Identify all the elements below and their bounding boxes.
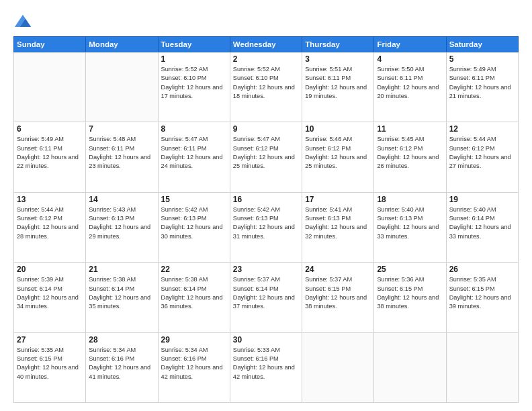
day-cell: [446, 332, 518, 402]
day-info: Sunrise: 5:42 AM Sunset: 6:13 PM Dayligh…: [161, 205, 227, 241]
day-cell: 20Sunrise: 5:39 AM Sunset: 6:14 PM Dayli…: [14, 263, 86, 332]
col-header-friday: Friday: [374, 37, 446, 52]
header: [13, 12, 519, 31]
day-cell: 15Sunrise: 5:42 AM Sunset: 6:13 PM Dayli…: [158, 192, 230, 262]
day-info: Sunrise: 5:37 AM Sunset: 6:15 PM Dayligh…: [305, 275, 371, 311]
day-number: 14: [89, 195, 154, 204]
day-info: Sunrise: 5:38 AM Sunset: 6:14 PM Dayligh…: [161, 275, 227, 311]
day-number: 26: [449, 265, 515, 274]
day-cell: 10Sunrise: 5:46 AM Sunset: 6:12 PM Dayli…: [302, 122, 374, 192]
day-number: 23: [233, 265, 299, 274]
col-header-monday: Monday: [86, 37, 158, 52]
day-number: 19: [449, 195, 515, 204]
day-info: Sunrise: 5:50 AM Sunset: 6:11 PM Dayligh…: [377, 65, 443, 101]
day-info: Sunrise: 5:47 AM Sunset: 6:12 PM Dayligh…: [233, 135, 299, 171]
day-info: Sunrise: 5:47 AM Sunset: 6:11 PM Dayligh…: [161, 135, 227, 171]
day-info: Sunrise: 5:42 AM Sunset: 6:13 PM Dayligh…: [233, 205, 299, 241]
day-number: 29: [161, 335, 227, 345]
logo-icon: [13, 12, 32, 31]
day-info: Sunrise: 5:40 AM Sunset: 6:13 PM Dayligh…: [377, 205, 443, 241]
day-info: Sunrise: 5:52 AM Sunset: 6:10 PM Dayligh…: [161, 65, 227, 101]
day-cell: [374, 332, 446, 402]
day-cell: 29Sunrise: 5:34 AM Sunset: 6:16 PM Dayli…: [158, 332, 230, 402]
week-row-1: 1Sunrise: 5:52 AM Sunset: 6:10 PM Daylig…: [14, 52, 519, 122]
day-number: 13: [17, 195, 83, 204]
day-info: Sunrise: 5:52 AM Sunset: 6:10 PM Dayligh…: [233, 65, 299, 101]
day-number: 30: [233, 335, 299, 345]
calendar-table: SundayMondayTuesdayWednesdayThursdayFrid…: [13, 36, 519, 403]
day-info: Sunrise: 5:35 AM Sunset: 6:15 PM Dayligh…: [17, 346, 83, 381]
day-cell: [302, 332, 374, 402]
day-info: Sunrise: 5:49 AM Sunset: 6:11 PM Dayligh…: [17, 135, 83, 171]
day-cell: 14Sunrise: 5:43 AM Sunset: 6:13 PM Dayli…: [86, 192, 158, 262]
page: SundayMondayTuesdayWednesdayThursdayFrid…: [0, 0, 532, 411]
day-cell: 22Sunrise: 5:38 AM Sunset: 6:14 PM Dayli…: [158, 263, 230, 332]
day-number: 9: [233, 124, 299, 134]
day-cell: [14, 52, 86, 122]
calendar-body: 1Sunrise: 5:52 AM Sunset: 6:10 PM Daylig…: [14, 52, 519, 403]
week-row-4: 20Sunrise: 5:39 AM Sunset: 6:14 PM Dayli…: [14, 263, 519, 332]
day-number: 28: [89, 335, 154, 345]
day-cell: 11Sunrise: 5:45 AM Sunset: 6:12 PM Dayli…: [374, 122, 446, 192]
day-cell: [86, 52, 158, 122]
day-number: 8: [161, 124, 227, 134]
day-number: 5: [449, 54, 515, 64]
day-number: 20: [17, 265, 83, 274]
day-number: 21: [89, 265, 154, 274]
day-number: 2: [233, 54, 299, 64]
day-info: Sunrise: 5:39 AM Sunset: 6:14 PM Dayligh…: [17, 275, 83, 311]
day-cell: 24Sunrise: 5:37 AM Sunset: 6:15 PM Dayli…: [302, 263, 374, 332]
week-row-3: 13Sunrise: 5:44 AM Sunset: 6:12 PM Dayli…: [14, 192, 519, 262]
day-info: Sunrise: 5:44 AM Sunset: 6:12 PM Dayligh…: [17, 205, 83, 241]
day-info: Sunrise: 5:43 AM Sunset: 6:13 PM Dayligh…: [89, 205, 154, 241]
day-cell: 9Sunrise: 5:47 AM Sunset: 6:12 PM Daylig…: [230, 122, 302, 192]
day-cell: 1Sunrise: 5:52 AM Sunset: 6:10 PM Daylig…: [158, 52, 230, 122]
day-info: Sunrise: 5:48 AM Sunset: 6:11 PM Dayligh…: [89, 135, 154, 171]
week-row-5: 27Sunrise: 5:35 AM Sunset: 6:15 PM Dayli…: [14, 332, 519, 402]
week-row-2: 6Sunrise: 5:49 AM Sunset: 6:11 PM Daylig…: [14, 122, 519, 192]
col-header-tuesday: Tuesday: [158, 37, 230, 52]
col-header-wednesday: Wednesday: [230, 37, 302, 52]
day-number: 17: [305, 195, 371, 204]
day-cell: 26Sunrise: 5:35 AM Sunset: 6:15 PM Dayli…: [446, 263, 518, 332]
col-header-thursday: Thursday: [302, 37, 374, 52]
day-cell: 13Sunrise: 5:44 AM Sunset: 6:12 PM Dayli…: [14, 192, 86, 262]
day-number: 18: [377, 195, 443, 204]
header-row: SundayMondayTuesdayWednesdayThursdayFrid…: [14, 37, 519, 52]
day-number: 16: [233, 195, 299, 204]
day-cell: 18Sunrise: 5:40 AM Sunset: 6:13 PM Dayli…: [374, 192, 446, 262]
day-number: 11: [377, 124, 443, 134]
day-number: 6: [17, 124, 83, 134]
day-info: Sunrise: 5:46 AM Sunset: 6:12 PM Dayligh…: [305, 135, 371, 171]
day-info: Sunrise: 5:35 AM Sunset: 6:15 PM Dayligh…: [449, 275, 515, 311]
day-cell: 30Sunrise: 5:33 AM Sunset: 6:16 PM Dayli…: [230, 332, 302, 402]
day-cell: 21Sunrise: 5:38 AM Sunset: 6:14 PM Dayli…: [86, 263, 158, 332]
day-number: 22: [161, 265, 227, 274]
day-info: Sunrise: 5:34 AM Sunset: 6:16 PM Dayligh…: [161, 346, 227, 381]
day-cell: 2Sunrise: 5:52 AM Sunset: 6:10 PM Daylig…: [230, 52, 302, 122]
day-number: 1: [161, 54, 227, 64]
day-info: Sunrise: 5:44 AM Sunset: 6:12 PM Dayligh…: [449, 135, 515, 171]
day-number: 7: [89, 124, 154, 134]
day-info: Sunrise: 5:36 AM Sunset: 6:15 PM Dayligh…: [377, 275, 443, 311]
day-info: Sunrise: 5:33 AM Sunset: 6:16 PM Dayligh…: [233, 346, 299, 381]
day-info: Sunrise: 5:34 AM Sunset: 6:16 PM Dayligh…: [89, 346, 154, 381]
day-number: 24: [305, 265, 371, 274]
day-cell: 3Sunrise: 5:51 AM Sunset: 6:11 PM Daylig…: [302, 52, 374, 122]
day-cell: 6Sunrise: 5:49 AM Sunset: 6:11 PM Daylig…: [14, 122, 86, 192]
day-info: Sunrise: 5:37 AM Sunset: 6:14 PM Dayligh…: [233, 275, 299, 311]
calendar-header: SundayMondayTuesdayWednesdayThursdayFrid…: [14, 37, 519, 52]
day-number: 27: [17, 335, 83, 345]
day-number: 3: [305, 54, 371, 64]
day-info: Sunrise: 5:41 AM Sunset: 6:13 PM Dayligh…: [305, 205, 371, 241]
day-cell: 12Sunrise: 5:44 AM Sunset: 6:12 PM Dayli…: [446, 122, 518, 192]
day-cell: 25Sunrise: 5:36 AM Sunset: 6:15 PM Dayli…: [374, 263, 446, 332]
day-cell: 19Sunrise: 5:40 AM Sunset: 6:14 PM Dayli…: [446, 192, 518, 262]
day-cell: 7Sunrise: 5:48 AM Sunset: 6:11 PM Daylig…: [86, 122, 158, 192]
day-info: Sunrise: 5:51 AM Sunset: 6:11 PM Dayligh…: [305, 65, 371, 101]
day-info: Sunrise: 5:38 AM Sunset: 6:14 PM Dayligh…: [89, 275, 154, 311]
day-info: Sunrise: 5:45 AM Sunset: 6:12 PM Dayligh…: [377, 135, 443, 171]
day-number: 25: [377, 265, 443, 274]
logo: [13, 12, 35, 31]
day-cell: 5Sunrise: 5:49 AM Sunset: 6:11 PM Daylig…: [446, 52, 518, 122]
